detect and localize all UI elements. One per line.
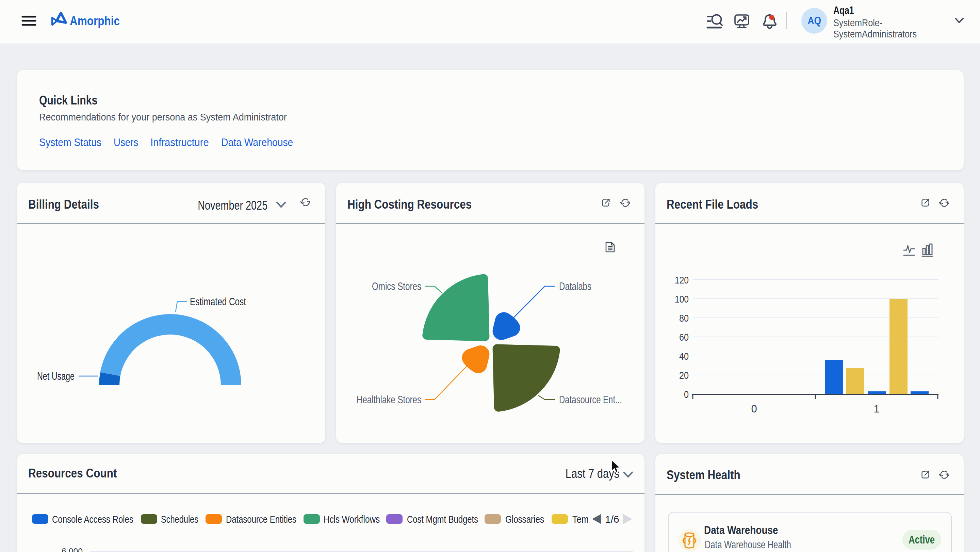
svg-text:Schedules: Schedules	[161, 514, 198, 525]
svg-text:Datasource Entities: Datasource Entities	[226, 514, 296, 525]
svg-text:0: 0	[751, 403, 757, 415]
svg-text:120: 120	[675, 274, 689, 286]
svg-text:1: 1	[873, 403, 879, 415]
svg-text:Datasource Ent...: Datasource Ent...	[559, 394, 622, 406]
svg-text:40: 40	[679, 350, 689, 362]
svg-text:Omics Stores: Omics Stores	[372, 280, 421, 292]
svg-text:Glossaries: Glossaries	[505, 514, 544, 525]
svg-text:20: 20	[679, 370, 689, 381]
svg-text:0: 0	[684, 389, 689, 400]
svg-text:Console Access Roles: Console Access Roles	[52, 514, 134, 525]
svg-text:80: 80	[679, 312, 689, 324]
svg-text:Cost Mgmt Budgets: Cost Mgmt Budgets	[407, 514, 478, 525]
svg-text:100: 100	[675, 293, 689, 305]
svg-text:Amorphic: Amorphic	[70, 14, 120, 28]
svg-text:Net Usage: Net Usage	[37, 370, 75, 382]
svg-text:Datalabs: Datalabs	[559, 280, 592, 292]
svg-text:Estimated Cost: Estimated Cost	[190, 296, 246, 308]
svg-text:Healthlake Stores: Healthlake Stores	[356, 394, 421, 406]
svg-text:Tem: Tem	[572, 514, 589, 525]
svg-text:6,000: 6,000	[62, 546, 83, 552]
svg-text:1/6: 1/6	[605, 514, 619, 525]
svg-text:Hcls Workflows: Hcls Workflows	[324, 514, 380, 525]
svg-text:60: 60	[679, 331, 689, 343]
